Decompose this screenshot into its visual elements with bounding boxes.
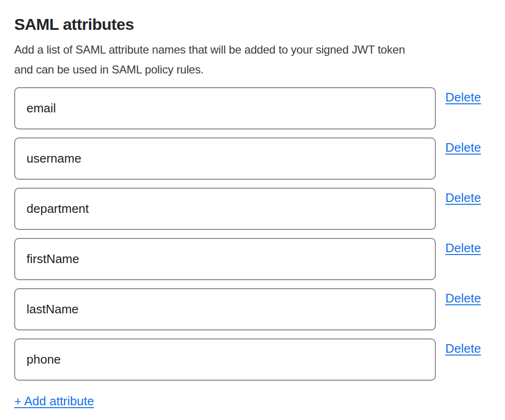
- add-attribute-link[interactable]: + Add attribute: [14, 394, 94, 409]
- delete-attribute-link[interactable]: Delete: [445, 90, 481, 105]
- attribute-name-input[interactable]: [14, 137, 436, 180]
- attribute-list: Delete Delete Delete Delete Delete Delet…: [14, 87, 496, 381]
- attribute-row: Delete: [14, 188, 496, 230]
- delete-attribute-link[interactable]: Delete: [445, 140, 481, 155]
- attribute-name-input[interactable]: [14, 338, 436, 381]
- attribute-row: Delete: [14, 238, 496, 280]
- attribute-name-input[interactable]: [14, 87, 436, 129]
- attribute-row: Delete: [14, 288, 496, 330]
- delete-attribute-link[interactable]: Delete: [445, 291, 481, 306]
- section-description: Add a list of SAML attribute names that …: [14, 40, 496, 80]
- delete-attribute-link[interactable]: Delete: [445, 341, 481, 356]
- section-title: SAML attributes: [14, 15, 496, 34]
- attribute-name-input[interactable]: [14, 188, 436, 230]
- delete-attribute-link[interactable]: Delete: [445, 241, 481, 256]
- attribute-row: Delete: [14, 87, 496, 129]
- attribute-row: Delete: [14, 338, 496, 381]
- attribute-row: Delete: [14, 137, 496, 180]
- attribute-name-input[interactable]: [14, 238, 436, 280]
- saml-attributes-section: SAML attributes Add a list of SAML attri…: [0, 0, 505, 418]
- delete-attribute-link[interactable]: Delete: [445, 191, 481, 205]
- attribute-name-input[interactable]: [14, 288, 436, 330]
